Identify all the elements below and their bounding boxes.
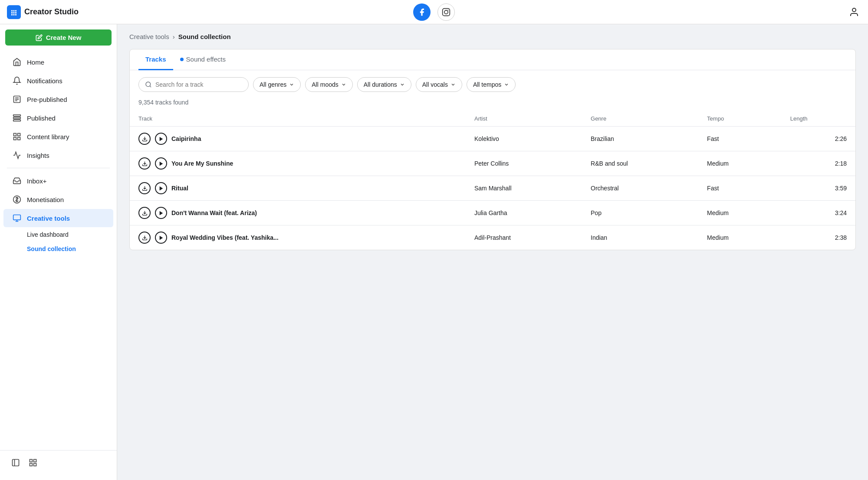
play-track-button[interactable]	[155, 157, 167, 170]
sidebar-item-inbox[interactable]: Inbox+	[3, 172, 113, 190]
svg-rect-21	[30, 460, 33, 462]
svg-marker-36	[159, 235, 163, 240]
filter-durations-button[interactable]: All durations	[357, 77, 411, 92]
svg-line-26	[150, 86, 151, 87]
table-row: You Are My Sunshine Peter Collins R&B an…	[130, 151, 855, 176]
download-track-button[interactable]	[138, 157, 151, 170]
track-artist: Julia Gartha	[466, 201, 582, 225]
sidebar-item-content-library[interactable]: Content library	[3, 127, 113, 146]
app-name: Creator Studio	[24, 7, 79, 16]
table-row: Don't Wanna Wait (feat. Ariza) Julia Gar…	[130, 201, 855, 225]
search-box[interactable]	[138, 77, 249, 92]
filter-moods-button[interactable]: All moods	[305, 77, 352, 92]
filter-genres-button[interactable]: All genres	[253, 77, 301, 92]
svg-rect-16	[13, 215, 21, 220]
svg-rect-24	[34, 464, 36, 466]
sidebar-sub-item-label: Live dashboard	[27, 231, 69, 238]
track-length: 2:38	[782, 225, 855, 250]
svg-rect-13	[14, 137, 16, 140]
svg-marker-28	[159, 137, 163, 141]
track-artist: Sam Marshall	[466, 176, 582, 201]
th-tempo: Tempo	[698, 111, 782, 127]
svg-rect-0	[443, 8, 450, 16]
user-icon[interactable]	[847, 5, 861, 19]
sidebar-item-home[interactable]: Home	[3, 53, 113, 71]
create-new-button[interactable]: Create New	[5, 29, 112, 46]
track-title: You Are My Sunshine	[171, 160, 233, 167]
svg-rect-14	[18, 137, 20, 140]
track-title: Caipirinha	[171, 135, 201, 142]
track-genre: Indian	[582, 225, 698, 250]
sidebar-sub-item-live-dashboard[interactable]: Live dashboard	[3, 228, 113, 242]
track-title: Royal Wedding Vibes (feat. Yashika...	[171, 234, 279, 241]
dollar-icon	[12, 195, 22, 204]
sidebar-item-published[interactable]: Published	[3, 109, 113, 127]
download-track-button[interactable]	[138, 182, 151, 194]
main-content: Creative tools › Sound collection Tracks…	[117, 24, 868, 480]
table-row: Royal Wedding Vibes (feat. Yashika... Ad…	[130, 225, 855, 250]
platform-switcher	[413, 3, 455, 21]
download-track-button[interactable]	[138, 232, 151, 244]
facebook-button[interactable]	[413, 3, 431, 21]
chevron-down-icon	[450, 82, 456, 87]
play-track-button[interactable]	[155, 232, 167, 244]
track-tempo: Fast	[698, 127, 782, 151]
track-artist: Kolektivo	[466, 127, 582, 151]
th-length: Length	[782, 111, 855, 127]
sidebar-grid-icon[interactable]	[26, 456, 40, 470]
sidebar-collapse-icon[interactable]	[9, 456, 23, 470]
chevron-down-icon	[289, 82, 294, 87]
svg-rect-10	[13, 120, 21, 121]
logo-icon	[7, 5, 21, 19]
sidebar-item-pre-published[interactable]: Pre-published	[3, 90, 113, 108]
download-track-button[interactable]	[138, 207, 151, 219]
tab-tracks[interactable]: Tracks	[138, 49, 173, 70]
filters-bar: All genres All moods All durations All v…	[130, 70, 855, 99]
topbar-right	[847, 5, 861, 19]
play-track-button[interactable]	[155, 133, 167, 145]
svg-marker-30	[159, 161, 163, 166]
sidebar-sub-item-sound-collection[interactable]: Sound collection	[3, 242, 113, 256]
sidebar-item-insights[interactable]: Insights	[3, 146, 113, 164]
sidebar-item-monetisation[interactable]: Monetisation	[3, 190, 113, 209]
svg-rect-8	[13, 115, 21, 116]
track-length: 3:24	[782, 201, 855, 225]
track-length: 3:59	[782, 176, 855, 201]
chevron-down-icon	[400, 82, 405, 87]
tracks-table: Track Artist Genre Tempo Length	[130, 111, 855, 250]
creative-tools-icon	[12, 213, 22, 223]
tab-tracks-label: Tracks	[145, 56, 166, 63]
play-track-button[interactable]	[155, 182, 167, 194]
sidebar-divider	[7, 168, 110, 168]
track-name-cell: Ritual	[130, 176, 466, 201]
track-name-cell: Caipirinha	[130, 127, 466, 151]
sidebar-item-creative-tools[interactable]: Creative tools	[3, 209, 113, 227]
instagram-button[interactable]	[437, 3, 455, 21]
breadcrumb-parent[interactable]: Creative tools	[129, 33, 169, 40]
app-logo: Creator Studio	[7, 5, 79, 19]
search-input[interactable]	[155, 81, 242, 88]
track-tempo: Medium	[698, 151, 782, 176]
track-genre: Pop	[582, 201, 698, 225]
track-tempo: Medium	[698, 225, 782, 250]
sidebar-item-notifications[interactable]: Notifications	[3, 72, 113, 90]
filter-tempos-button[interactable]: All tempos	[467, 77, 516, 92]
table-row: Ritual Sam Marshall Orchestral Fast 3:59	[130, 176, 855, 201]
track-genre: Orchestral	[582, 176, 698, 201]
svg-rect-23	[30, 464, 33, 466]
track-artist: Peter Collins	[466, 151, 582, 176]
track-title: Ritual	[171, 185, 188, 192]
list-icon	[12, 113, 22, 123]
breadcrumb: Creative tools › Sound collection	[129, 33, 856, 40]
layout: Create New Home Notifications	[0, 24, 868, 480]
track-name-cell: Don't Wanna Wait (feat. Ariza)	[130, 201, 466, 225]
download-track-button[interactable]	[138, 133, 151, 145]
bell-icon	[12, 76, 22, 85]
track-tempo: Fast	[698, 176, 782, 201]
tab-sound-effects-label: Sound effects	[186, 56, 226, 63]
file-icon	[12, 95, 22, 104]
play-track-button[interactable]	[155, 207, 167, 219]
filter-vocals-button[interactable]: All vocals	[416, 77, 462, 92]
sidebar-bottom	[0, 450, 117, 475]
tab-sound-effects[interactable]: Sound effects	[173, 49, 233, 70]
